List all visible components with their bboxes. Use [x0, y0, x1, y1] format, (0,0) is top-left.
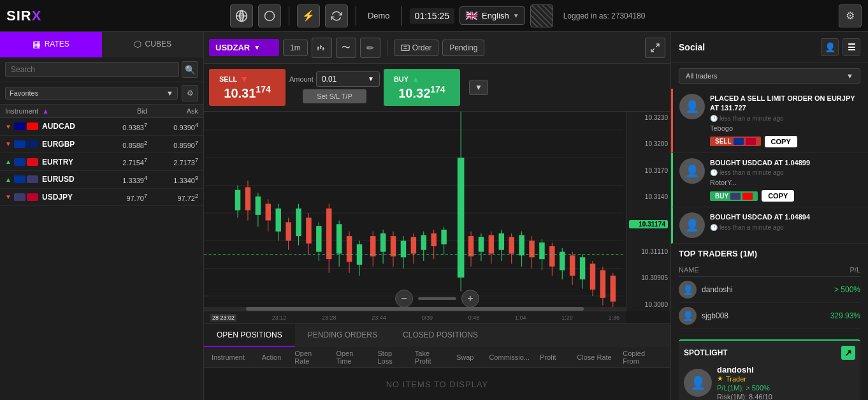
left-panel: ▦ RATES ⬡ CUBES 🔍 Favorites ▼ ⚙ Instrume…: [0, 32, 204, 400]
col-instrument: Instrument ▲: [5, 107, 96, 115]
social-header-icons: 👤 ☰: [821, 38, 860, 56]
list-item[interactable]: ▲ EURUSD 1.33394 1.33409: [0, 171, 203, 189]
list-item[interactable]: ▼ EURGBP 0.85882 0.85907: [0, 136, 203, 154]
social-icon-btn[interactable]: [230, 4, 253, 27]
svg-rect-47: [347, 236, 352, 262]
copy-button[interactable]: COPY: [765, 136, 797, 147]
tab-closed-positions[interactable]: CLOSED POSITIONS: [390, 324, 491, 347]
chart-type-icon[interactable]: [312, 38, 332, 58]
instrument-name: EURTRY: [42, 158, 96, 167]
logo: SIRX: [6, 8, 41, 24]
bid-value: 0.85882: [96, 140, 147, 149]
clock-icon: 🕐: [710, 169, 718, 176]
svg-rect-77: [519, 235, 524, 255]
feed-content: PLACED A SELL LIMIT ORDER ON EURJPY AT 1…: [710, 94, 862, 147]
search-input[interactable]: [5, 62, 179, 77]
direction-icon: ▼: [5, 123, 14, 130]
flags: [14, 193, 38, 201]
logged-in-text: Logged in as: 27304180: [563, 11, 646, 20]
tab-rates-label: RATES: [45, 40, 69, 48]
col-take-profit: Take Profit: [412, 350, 449, 365]
zoom-out-button[interactable]: −: [395, 290, 413, 307]
lightning-icon-btn[interactable]: ⚡: [297, 4, 320, 27]
bid-value: 97.707: [96, 193, 147, 202]
chart-type-dropdown[interactable]: ▼: [469, 80, 488, 95]
feed-content: BOUGHT USDCAD AT 1.04899 🕐 less than a m…: [710, 158, 862, 202]
flags: [14, 140, 38, 148]
trade-area: SELL ▼ 10.31174 Amount 0.01 ▼ Set S/L T/…: [204, 64, 670, 112]
svg-rect-25: [235, 189, 240, 210]
search-bar: 🔍: [0, 57, 203, 82]
trader-name: sjgb008: [702, 311, 825, 320]
pair-selector[interactable]: USDZAR ▼: [209, 39, 279, 56]
sell-label: SELL ▼: [219, 74, 275, 84]
trader-row: 👤 sjgb008 329.93%: [679, 303, 860, 329]
list-item[interactable]: ▼ AUDCAD 0.93837 0.93904: [0, 118, 203, 136]
scrollbar-thumb[interactable]: [246, 307, 584, 311]
spotlight-role: ★ Trader: [717, 374, 855, 383]
tab-cubes[interactable]: ⬡ CUBES: [102, 32, 204, 57]
order-button[interactable]: Order: [394, 40, 439, 56]
social-title: Social: [679, 42, 705, 52]
flag-jpy-icon: [27, 193, 38, 201]
sl-tp-button[interactable]: Set S/L T/P: [303, 89, 366, 103]
tab-closed-label: CLOSED POSITIONS: [403, 330, 478, 339]
svg-rect-89: [580, 257, 585, 279]
list-icon-btn[interactable]: ☰: [843, 38, 860, 56]
tab-rates[interactable]: ▦ RATES: [0, 32, 102, 57]
time-label: 1:36: [608, 315, 619, 321]
separator: [289, 6, 289, 26]
filter-settings-button[interactable]: ⚙: [182, 85, 198, 101]
tab-open-positions[interactable]: OPEN POSITIONS: [204, 324, 295, 347]
pending-button[interactable]: Pending: [442, 40, 484, 56]
list-item[interactable]: ▲ EURTRY 2.71547 2.71737: [0, 153, 203, 171]
svg-rect-95: [611, 276, 616, 301]
svg-rect-23: [458, 158, 465, 278]
center-area: USDZAR ▼ 1m 〜 ✏ Order Pending: [204, 32, 670, 400]
spotlight-expand-button[interactable]: ↗: [841, 346, 855, 360]
avatar: 👤: [679, 94, 705, 119]
chart-scrollbar[interactable]: [204, 307, 626, 311]
line-chart-icon[interactable]: 〜: [336, 38, 356, 58]
social-header: Social 👤 ☰: [671, 32, 868, 63]
list-item[interactable]: ▼ USDJPY 97.707 97.722: [0, 189, 203, 207]
feed-action-text: BOUGHT USDCAD AT 1.04894: [710, 212, 862, 222]
pair-arrow-icon: ▼: [254, 44, 260, 51]
tab-pending-label: PENDING ORDERS: [308, 330, 377, 339]
feed-trader: RotorY...: [710, 179, 862, 186]
zoom-bar: [418, 297, 456, 300]
feed-trader: Tebogo: [710, 124, 862, 132]
amount-input[interactable]: 0.01 ▼: [316, 71, 380, 87]
fullscreen-button[interactable]: [645, 38, 665, 58]
col-commission: Commissio...: [486, 353, 532, 361]
search-button[interactable]: 🔍: [182, 61, 198, 78]
price-scale: 10.3230 10.3200 10.3170 10.3140 10.31174…: [626, 112, 670, 311]
zoom-in-button[interactable]: +: [461, 290, 479, 307]
trader-filter[interactable]: All traders ▼: [679, 68, 860, 84]
sell-button[interactable]: SELL ▼ 10.31174: [209, 69, 286, 106]
direction-icon: ▼: [5, 193, 14, 200]
spotlight-pl: P/L(1M): > 500%: [717, 384, 855, 392]
svg-rect-67: [468, 236, 474, 256]
tab-pending-orders[interactable]: PENDING ORDERS: [295, 324, 390, 347]
person-icon-btn[interactable]: 👤: [821, 38, 839, 56]
flag-eur-icon: [734, 138, 744, 145]
draw-icon[interactable]: ✏: [360, 38, 380, 58]
col-close-rate: Close Rate: [574, 353, 615, 361]
language-selector[interactable]: 🇬🇧 English ▼: [459, 6, 525, 25]
star-icon: ★: [717, 374, 723, 383]
feed-item: 👤 BOUGHT USDCAD AT 1.04899 🕐 less than a…: [671, 153, 868, 207]
settings-button[interactable]: ⚙: [839, 4, 862, 27]
timeframe-button[interactable]: 1m: [283, 40, 308, 56]
spotlight-risk: Risk(1M): 8.46/10: [717, 393, 855, 400]
bid-value: 0.93837: [96, 122, 147, 131]
time-label: 23:28: [322, 315, 336, 321]
direction-icon: ▲: [5, 176, 14, 183]
copy-button[interactable]: COPY: [762, 190, 794, 202]
spotlight-avatar: 👤: [684, 369, 712, 397]
tab-cubes-label: CUBES: [145, 40, 171, 48]
circle-icon-btn[interactable]: [258, 4, 281, 27]
favorites-filter[interactable]: Favorites ▼: [5, 87, 178, 100]
refresh-icon-btn[interactable]: [325, 4, 348, 27]
buy-button[interactable]: BUY ▲ 10.32174: [384, 69, 460, 106]
